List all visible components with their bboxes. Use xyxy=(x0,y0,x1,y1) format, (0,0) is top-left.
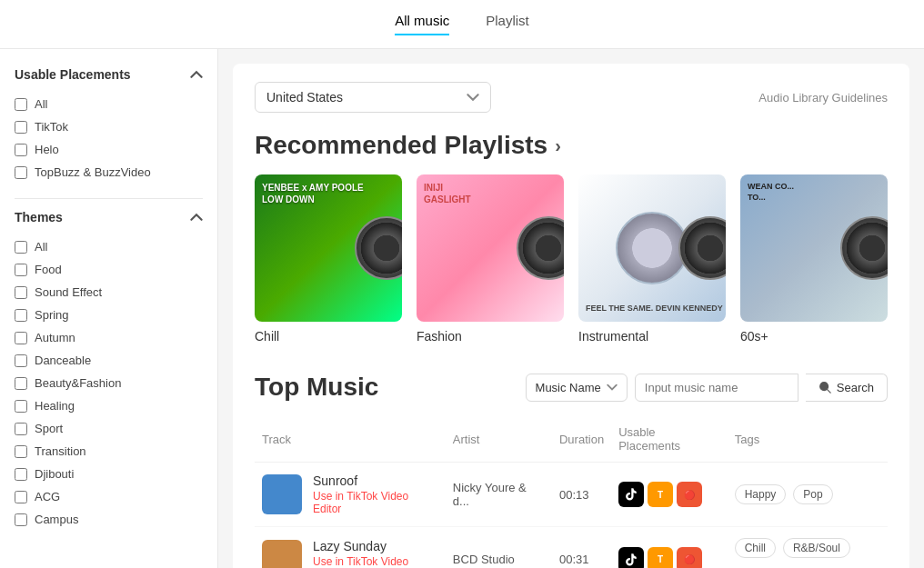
playlist-thumb-fashion: INIJIGASLIGHT xyxy=(417,174,564,322)
checkbox-theme-food[interactable] xyxy=(15,264,27,276)
music-search-input[interactable] xyxy=(635,374,798,402)
checkbox-placement-all[interactable] xyxy=(15,98,27,111)
sidebar-item-placement-tiktok[interactable]: TikTok xyxy=(15,115,203,138)
playlist-thumb-text-fashion: INIJIGASLIGHT xyxy=(424,182,471,205)
sidebar-item-theme-healing[interactable]: Healing xyxy=(15,394,203,417)
playlist-card-60s[interactable]: WEAN CO...TO... 60s+ xyxy=(740,174,888,344)
sidebar-item-theme-sport[interactable]: Sport xyxy=(15,417,203,440)
sidebar-theme-label-acg: ACG xyxy=(35,490,60,503)
sidebar-item-theme-spring[interactable]: Spring xyxy=(15,304,203,326)
sidebar-theme-label-sport: Sport xyxy=(35,422,63,435)
audio-library-link[interactable]: Audio Library Guidelines xyxy=(758,91,888,105)
red-icon-2: 🔴 xyxy=(677,547,702,569)
sidebar-item-placement-all[interactable]: All xyxy=(15,93,203,115)
playlist-card-fashion[interactable]: INIJIGASLIGHT Fashion xyxy=(417,174,564,344)
track-details-lazy-sunday: Lazy Sunday Use in TikTok Video Editor xyxy=(313,539,438,569)
country-row: United States Audio Library Guidelines xyxy=(255,82,888,113)
sidebar-theme-label-danceable: Danceable xyxy=(35,354,91,367)
checkbox-theme-sport[interactable] xyxy=(15,423,27,435)
placement-icons-lazy-sunday: T 🔴 xyxy=(618,547,720,569)
checkbox-theme-danceable[interactable] xyxy=(15,354,27,367)
checkbox-placement-topbuzz[interactable] xyxy=(15,166,27,179)
playlist-thumb-60s: WEAN CO...TO... xyxy=(740,174,888,322)
placements-lazy-sunday: T 🔴 xyxy=(611,527,728,569)
svg-line-1 xyxy=(827,390,830,394)
col-placements: Usable Placements xyxy=(611,416,728,463)
vinyl-fashion xyxy=(517,216,564,280)
sidebar: Usable Placements All TikTok Helo TopBuz… xyxy=(0,49,218,568)
checkbox-theme-djibouti[interactable] xyxy=(15,468,27,481)
sidebar-theme-label-healing: Healing xyxy=(35,399,75,413)
col-track: Track xyxy=(255,416,446,463)
sidebar-item-theme-autumn[interactable]: Autumn xyxy=(15,326,203,349)
sidebar-item-theme-campus[interactable]: Campus xyxy=(15,508,203,531)
chevron-up-themes-icon xyxy=(190,211,203,224)
sidebar-item-theme-beauty-fashion[interactable]: Beauty&Fashion xyxy=(15,372,203,394)
checkbox-theme-campus[interactable] xyxy=(15,513,27,526)
sidebar-theme-label-autumn: Autumn xyxy=(35,331,75,344)
artist-lazy-sunday: BCD Studio xyxy=(446,527,552,569)
playlist-thumb-text-chill: YENBEE x AMY POOLELOW DOWN xyxy=(262,182,364,205)
table-row: Lazy Sunday Use in TikTok Video Editor B… xyxy=(255,527,888,569)
track-use-lazy-sunday[interactable]: Use in TikTok Video Editor xyxy=(313,555,438,569)
recommended-section: Recommended Playlists › YENBEE x AMY POO… xyxy=(255,131,888,344)
track-cell-sunroof: Sunroof Use in TikTok Video Editor xyxy=(255,463,446,527)
checkbox-placement-tiktok[interactable] xyxy=(15,121,27,134)
tags-lazy-sunday: Chill R&B/Soul ··· xyxy=(728,527,888,569)
tag-chill: Chill xyxy=(735,538,776,558)
sidebar-item-theme-djibouti[interactable]: Djibouti xyxy=(15,463,203,485)
tab-all-music[interactable]: All music xyxy=(395,13,449,35)
sidebar-theme-label-campus: Campus xyxy=(35,513,78,526)
search-icon xyxy=(819,381,831,394)
checkbox-theme-autumn[interactable] xyxy=(15,332,27,344)
more-options-button[interactable]: ··· xyxy=(735,558,759,568)
sidebar-item-theme-acg[interactable]: ACG xyxy=(15,485,203,508)
track-use-sunroof[interactable]: Use in TikTok Video Editor xyxy=(313,490,438,515)
checkbox-theme-spring[interactable] xyxy=(15,309,27,322)
sidebar-theme-label-djibouti: Djibouti xyxy=(35,467,74,481)
vinyl-instrumental2 xyxy=(678,216,726,280)
sidebar-item-theme-all[interactable]: All xyxy=(15,235,203,258)
playlist-label-instrumental: Instrumental xyxy=(578,329,726,344)
tiktok-icon-2 xyxy=(618,547,644,569)
sidebar-item-theme-transition[interactable]: Transition xyxy=(15,440,203,463)
playlist-card-instrumental[interactable]: FEEL THE SAME. DEVIN KENNEDY Instrumenta… xyxy=(578,174,726,344)
sidebar-theme-label-food: Food xyxy=(35,263,62,276)
playlist-label-fashion: Fashion xyxy=(417,329,564,344)
sidebar-item-placement-topbuzz[interactable]: TopBuzz & BuzzVideo xyxy=(15,161,203,184)
sidebar-placement-label-helo: Helo xyxy=(35,143,59,156)
placement-icons-sunroof: T 🔴 xyxy=(618,482,720,507)
sidebar-item-theme-danceable[interactable]: Danceable xyxy=(15,349,203,372)
track-cell-lazy-sunday: Lazy Sunday Use in TikTok Video Editor xyxy=(255,527,446,569)
checkbox-theme-all[interactable] xyxy=(15,241,27,254)
tab-playlist[interactable]: Playlist xyxy=(486,13,529,35)
tag-happy: Happy xyxy=(735,484,787,504)
music-search-button[interactable]: Search xyxy=(806,374,888,402)
recommended-arrow[interactable]: › xyxy=(555,135,561,156)
music-search-controls: Music Name Search xyxy=(526,374,888,402)
sidebar-item-placement-helo[interactable]: Helo xyxy=(15,138,203,161)
checkbox-theme-transition[interactable] xyxy=(15,445,27,458)
checkbox-theme-beauty-fashion[interactable] xyxy=(15,377,27,390)
country-select[interactable]: United States xyxy=(255,82,491,113)
checkbox-theme-healing[interactable] xyxy=(15,400,27,413)
sidebar-section-themes: Themes All Food Sound Effect Spring xyxy=(15,210,203,531)
vinyl-60s xyxy=(840,216,888,280)
sidebar-item-theme-food[interactable]: Food xyxy=(15,258,203,281)
playlists-grid: YENBEE x AMY POOLELOW DOWN Chill INIJIGA… xyxy=(255,174,888,344)
top-nav: All music Playlist xyxy=(0,0,924,49)
checkbox-theme-acg[interactable] xyxy=(15,491,27,503)
col-duration: Duration xyxy=(552,416,611,463)
sidebar-section-placements: Usable Placements All TikTok Helo TopBuz… xyxy=(15,67,203,184)
playlist-card-chill[interactable]: YENBEE x AMY POOLELOW DOWN Chill xyxy=(255,174,402,344)
checkbox-theme-sound-effect[interactable] xyxy=(15,286,27,299)
sidebar-section-themes-header[interactable]: Themes xyxy=(15,210,203,224)
tiktok-icon xyxy=(618,482,644,507)
checkbox-placement-helo[interactable] xyxy=(15,144,27,156)
sidebar-item-theme-sound-effect[interactable]: Sound Effect xyxy=(15,281,203,304)
music-filter-select[interactable]: Music Name xyxy=(526,374,628,402)
sidebar-section-placements-header[interactable]: Usable Placements xyxy=(15,67,203,82)
track-thumb-lazy-sunday xyxy=(262,540,302,569)
playlist-label-60s: 60s+ xyxy=(740,329,888,344)
vinyl-instrumental xyxy=(616,212,688,284)
